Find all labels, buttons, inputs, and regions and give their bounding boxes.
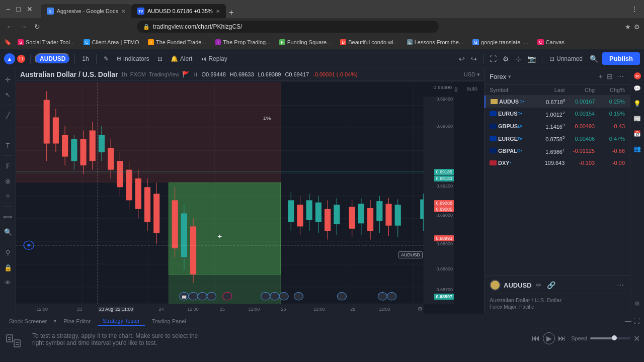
- more-options-button[interactable]: ⋮: [629, 4, 640, 14]
- unnamed-button[interactable]: ⊡ Unnamed: [546, 53, 586, 64]
- bookmarks-icon: 🔖: [4, 39, 12, 46]
- bookmark-ftmo[interactable]: C Client Area | FTMO: [79, 38, 143, 46]
- panel-dropdown-arrow[interactable]: ▾: [508, 73, 511, 80]
- fullscreen-button[interactable]: ⛶: [488, 53, 499, 65]
- trendline-tool[interactable]: ╱: [1, 108, 15, 122]
- minimize-button[interactable]: −: [4, 4, 12, 14]
- watchlist-settings-button[interactable]: ⊟: [606, 71, 614, 81]
- bookmark-funding-square[interactable]: F Funding Square...: [275, 38, 335, 46]
- pointer-tool[interactable]: ↖: [1, 87, 15, 102]
- watchlist-row-audusd[interactable]: AUDUS D• 0.67186 0.00167 0.25%: [485, 96, 630, 108]
- forex-link-button[interactable]: 🔗: [546, 280, 556, 290]
- search-button[interactable]: 🔍: [588, 53, 600, 65]
- strategy-skip-back[interactable]: ⏮: [532, 334, 540, 343]
- address-bar[interactable]: 🔒 tradingview.com/chart/PKhizgCS/: [137, 21, 439, 33]
- news-button[interactable]: 📰: [631, 113, 643, 125]
- undo-button[interactable]: ↩: [457, 53, 467, 65]
- tab-pine-editor[interactable]: Pine Editor: [58, 317, 96, 325]
- wl-chg-audusd: 0.00167: [565, 99, 595, 105]
- svg-rect-77: [395, 205, 401, 226]
- tab-google-docs-close[interactable]: ✕: [121, 9, 125, 14]
- watchlist-row-gbpaud[interactable]: GBPAL D• 1.69861 -0.01125 -0.66: [485, 145, 630, 158]
- watchlist-more-button[interactable]: ⋯: [616, 71, 625, 81]
- speed-slider[interactable]: [590, 337, 630, 339]
- ideas-button[interactable]: 💡: [631, 98, 643, 110]
- bottom-panel-minimize[interactable]: —: [625, 317, 631, 325]
- bookmark-social-trader[interactable]: S Social Trader Tool...: [14, 38, 78, 46]
- tab-google-docs[interactable]: G Aggresive - Google Docs ✕: [41, 4, 131, 18]
- auto-btn[interactable]: auto: [464, 84, 480, 93]
- chat-button[interactable]: 💬: [631, 82, 643, 95]
- text-tool[interactable]: T: [1, 138, 15, 152]
- gann-tool[interactable]: ⊗: [1, 174, 15, 188]
- camera-button[interactable]: 📷: [525, 53, 538, 65]
- notification-badge[interactable]: 11: [17, 55, 25, 63]
- wl-chg-gbpaud: -0.01125: [565, 148, 595, 154]
- strategy-close[interactable]: ✕: [633, 334, 640, 343]
- notifications-badge[interactable]: 36: [634, 72, 641, 79]
- reload-button[interactable]: ↻: [32, 22, 42, 32]
- forex-more-button[interactable]: ⋯: [616, 280, 625, 290]
- bookmark-condo[interactable]: B Beautiful condo wi...: [336, 38, 401, 46]
- patterns-tool[interactable]: ⌗: [1, 189, 15, 203]
- speed-slider-thumb[interactable]: [612, 335, 617, 340]
- new-tab-button[interactable]: +: [226, 7, 236, 18]
- horizontal-tool[interactable]: —: [1, 123, 15, 137]
- strategy-play[interactable]: ▶: [543, 332, 555, 344]
- time-axis-settings[interactable]: ⚙: [418, 306, 423, 312]
- tab-trading-panel[interactable]: Trading Panel: [147, 317, 191, 325]
- back-button[interactable]: ←: [4, 22, 15, 32]
- fit-button[interactable]: ⊹: [513, 53, 523, 65]
- eye-tool[interactable]: 👁: [1, 276, 15, 290]
- candlestick-area[interactable]: 1%: [16, 82, 454, 314]
- fibonacci-tool[interactable]: 𝔽: [1, 159, 15, 173]
- replay-button[interactable]: ⏮ Replay: [197, 53, 230, 64]
- magnets-tool[interactable]: ⚲: [1, 245, 15, 259]
- watchlist-row-eurgbp[interactable]: EURGE D• 0.87585 0.00406 0.47%: [485, 133, 630, 145]
- bookmark-prop-trading[interactable]: T The Prop Trading...: [211, 38, 275, 46]
- svg-rect-53: [190, 226, 196, 274]
- tab-stock-screener[interactable]: Stock Screener: [4, 317, 52, 325]
- screener-dropdown-btn[interactable]: ▾: [54, 318, 56, 324]
- publish-button[interactable]: Publish: [602, 52, 640, 65]
- svg-rect-23: [44, 100, 50, 144]
- address-actions: ★ ⚙: [625, 23, 640, 31]
- extensions-button[interactable]: ⚙: [634, 23, 640, 31]
- bottom-panel-expand[interactable]: ⛶: [633, 317, 640, 325]
- settings-edge-button[interactable]: ⚙: [631, 298, 643, 310]
- watchlist-row-eurusd[interactable]: EURUS D• 1.00122 0.00154 0.15%: [485, 108, 630, 121]
- price-tag-69085: 0.69085: [434, 206, 454, 212]
- bookmark-canvas[interactable]: C Canvas: [533, 38, 569, 46]
- measure-tool[interactable]: ⟺: [1, 210, 15, 224]
- redo-button[interactable]: ↪: [469, 53, 479, 65]
- community-button[interactable]: 👥: [631, 143, 643, 155]
- close-button[interactable]: ✕: [25, 4, 35, 14]
- strategy-skip-forward[interactable]: ⏭: [558, 334, 566, 343]
- tab-tradingview[interactable]: TV AUDUSD 0.67186 +0.35% ✕: [131, 4, 226, 18]
- draw-tools-icon: ✎: [104, 55, 109, 62]
- settings-button[interactable]: ⚙: [501, 53, 511, 65]
- zoom-tool[interactable]: 🔍: [1, 225, 15, 239]
- add-symbol-button[interactable]: +: [598, 71, 604, 81]
- alert-button[interactable]: 🔔 Alert: [168, 53, 196, 64]
- layouts-button[interactable]: ⊟: [154, 53, 166, 64]
- bookmark-lessons[interactable]: L Lessons From the...: [403, 38, 467, 46]
- symbol-button[interactable]: AUDUSD: [35, 53, 70, 64]
- bookmark-button[interactable]: ★: [625, 23, 631, 31]
- forex-edit-button[interactable]: ✏: [535, 280, 543, 290]
- cursor-tool[interactable]: ✛: [1, 72, 15, 86]
- tab-strategy-tester[interactable]: Strategy Tester: [98, 317, 145, 326]
- bookmark-google-translate[interactable]: G google translate -...: [468, 38, 532, 46]
- watchlist-row-gbpusd[interactable]: GBPUS D• 1.14163 -0.00493 -0.43: [485, 120, 630, 133]
- calendar-button[interactable]: 📅: [631, 128, 643, 140]
- watchlist-row-dxy[interactable]: DXY • 109.643 -0.103 -0.09: [485, 157, 630, 169]
- bookmark-funded-trade[interactable]: T The Funded Trade...: [144, 38, 210, 46]
- timeframe-button[interactable]: 1h: [79, 53, 92, 64]
- tab-tradingview-close[interactable]: ✕: [216, 9, 220, 14]
- lock-tool[interactable]: 🔒: [1, 260, 15, 275]
- draw-tools-button[interactable]: ✎: [101, 53, 112, 64]
- maximize-button[interactable]: □: [14, 4, 22, 14]
- ohlc-open: O0.69448: [201, 71, 225, 77]
- forward-button[interactable]: →: [18, 22, 29, 32]
- indicators-button[interactable]: ⊞ Indicators: [114, 53, 152, 64]
